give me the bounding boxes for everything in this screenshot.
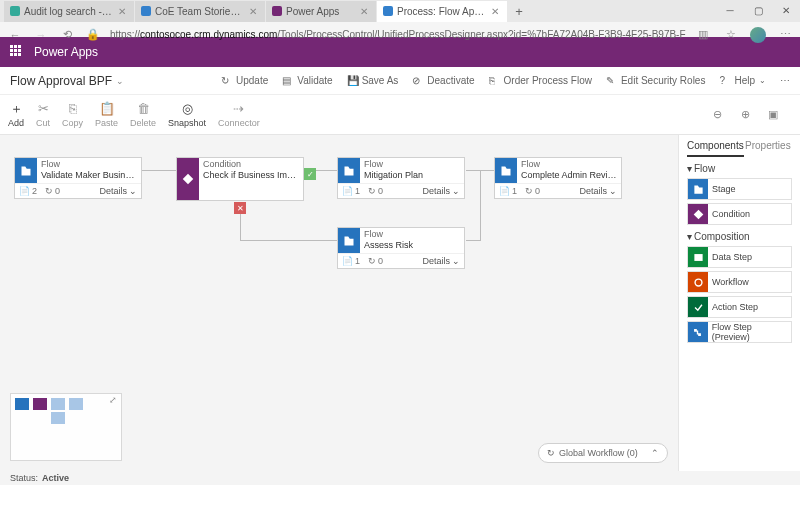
delete-tool[interactable]: 🗑Delete	[130, 102, 156, 128]
tab-favicon	[141, 6, 151, 16]
nav-forward[interactable]: →	[32, 29, 50, 41]
stage-complete-admin-review[interactable]: FlowComplete Admin Review 📄1↻0 Details⌄	[494, 157, 622, 199]
edit-security-roles-button[interactable]: ✎Edit Security Roles	[606, 75, 705, 86]
tab-close-icon[interactable]: ✕	[116, 6, 128, 17]
cut-tool[interactable]: ✂Cut	[36, 102, 50, 128]
connector-line	[240, 240, 337, 241]
nav-refresh[interactable]: ⟲	[58, 28, 76, 41]
zoom-out-icon[interactable]: ⊖	[710, 108, 724, 122]
browser-tab[interactable]: CoE Team Stories Board - Boards✕	[135, 1, 265, 22]
url-host: contosocoe.crm.dynamics.com	[140, 29, 277, 40]
flow-stage-icon	[495, 158, 517, 183]
tab-label: Power Apps	[286, 6, 354, 17]
minimap[interactable]: ⤢	[10, 393, 122, 461]
condition-business-impact[interactable]: ConditionCheck if Business Impact is Hig…	[176, 157, 304, 201]
window-minimize[interactable]: ─	[716, 0, 744, 20]
window-close[interactable]: ✕	[772, 0, 800, 20]
favorites-icon[interactable]: ☆	[722, 28, 740, 41]
connector-line	[480, 240, 481, 241]
nav-back[interactable]: ←	[6, 29, 24, 41]
more-actions[interactable]: ⋯	[780, 75, 790, 86]
app-launcher-icon[interactable]	[10, 45, 24, 59]
tab-label: CoE Team Stories Board - Boards	[155, 6, 243, 17]
copy-tool[interactable]: ⎘Copy	[62, 102, 83, 128]
update-button[interactable]: ↻Update	[221, 75, 268, 86]
connector-tool[interactable]: ⇢Connector	[218, 102, 260, 128]
global-workflow-pill[interactable]: ↻ Global Workflow (0) ⌃	[538, 443, 668, 463]
tab-close-icon[interactable]: ✕	[489, 6, 501, 17]
zoom-in-icon[interactable]: ⊕	[738, 108, 752, 122]
site-lock-icon: 🔒	[84, 28, 102, 41]
tab-close-icon[interactable]: ✕	[358, 6, 370, 17]
tab-favicon	[383, 6, 393, 16]
details-toggle[interactable]: Details⌄	[422, 186, 460, 196]
minimap-expand-icon[interactable]: ⤢	[109, 395, 119, 405]
component-data-step[interactable]: Data Step	[687, 246, 792, 268]
process-title: Flow Approval BPF	[10, 74, 112, 88]
fit-to-screen-icon[interactable]: ▣	[766, 108, 780, 122]
tab-favicon	[10, 6, 20, 16]
condition-icon	[177, 158, 199, 200]
deactivate-button[interactable]: ⊘Deactivate	[412, 75, 474, 86]
browser-tab[interactable]: Process: Flow Approval BPF - M✕	[377, 1, 507, 22]
chevron-down-icon: ⌄	[116, 76, 124, 86]
snapshot-tool[interactable]: ◎Snapshot	[168, 102, 206, 128]
browser-menu[interactable]: ⋯	[776, 28, 794, 41]
flow-stage-icon	[15, 158, 37, 183]
process-title-dropdown[interactable]: Flow Approval BPF ⌄	[10, 74, 124, 88]
reading-view-icon[interactable]: ▥	[694, 28, 712, 41]
save-as-button[interactable]: 💾Save As	[347, 75, 399, 86]
details-toggle[interactable]: Details⌄	[579, 186, 617, 196]
tab-label: Audit log search - Security & C	[24, 6, 112, 17]
tab-close-icon[interactable]: ✕	[247, 6, 259, 17]
side-panel: Components Properties ▾Flow Stage Condit…	[678, 135, 800, 471]
stage-validate-maker[interactable]: FlowValidate Maker Business Require... 📄…	[14, 157, 142, 199]
workflow-icon: ↻	[547, 448, 555, 458]
designer-canvas[interactable]: FlowValidate Maker Business Require... 📄…	[0, 135, 678, 471]
tab-label: Process: Flow Approval BPF - M	[397, 6, 485, 17]
tab-properties[interactable]: Properties	[744, 137, 792, 157]
connector-line	[480, 170, 481, 240]
chevron-up-icon: ⌃	[651, 448, 659, 458]
browser-tab[interactable]: Audit log search - Security & C✕	[4, 1, 134, 22]
triggers-count: ↻0	[45, 186, 60, 196]
profile-avatar[interactable]	[750, 27, 766, 43]
connector-line	[142, 170, 176, 171]
details-toggle[interactable]: Details⌄	[422, 256, 460, 266]
component-action-step[interactable]: Action Step	[687, 296, 792, 318]
app-name: Power Apps	[34, 45, 98, 59]
stage-assess-risk[interactable]: FlowAssess Risk 📄1↻0 Details⌄	[337, 227, 465, 269]
status-label: Status:	[10, 473, 38, 483]
tab-favicon	[272, 6, 282, 16]
group-flow[interactable]: ▾Flow	[687, 163, 792, 174]
paste-tool[interactable]: 📋Paste	[95, 102, 118, 128]
svg-rect-0	[694, 254, 702, 261]
new-tab-button[interactable]: +	[508, 4, 530, 19]
component-condition[interactable]: Condition	[687, 203, 792, 225]
help-button[interactable]: ?Help⌄	[719, 75, 766, 86]
condition-true-badge: ✓	[304, 168, 316, 180]
group-composition[interactable]: ▾Composition	[687, 231, 792, 242]
status-bar: Status: Active	[0, 471, 800, 485]
component-workflow[interactable]: Workflow	[687, 271, 792, 293]
condition-false-badge: ✕	[234, 202, 246, 214]
flow-stage-icon	[338, 158, 360, 183]
window-maximize[interactable]: ▢	[744, 0, 772, 20]
browser-tab[interactable]: Power Apps✕	[266, 1, 376, 22]
connector-line	[466, 240, 480, 241]
svg-point-1	[695, 279, 702, 286]
validate-button[interactable]: ▤Validate	[282, 75, 332, 86]
tab-components[interactable]: Components	[687, 137, 744, 157]
order-process-flow-button[interactable]: ⎘Order Process Flow	[489, 75, 592, 86]
details-toggle[interactable]: Details⌄	[99, 186, 137, 196]
url-protocol: https://	[110, 29, 140, 40]
stage-mitigation-plan[interactable]: FlowMitigation Plan 📄1↻0 Details⌄	[337, 157, 465, 199]
connector-line	[315, 170, 337, 171]
add-tool[interactable]: ＋Add	[8, 102, 24, 128]
component-flow-step[interactable]: Flow Step (Preview)	[687, 321, 792, 343]
steps-count: 📄2	[19, 186, 37, 196]
component-stage[interactable]: Stage	[687, 178, 792, 200]
url-path: /Tools/ProcessControl/UnifiedProcessDesi…	[277, 29, 686, 40]
flow-stage-icon	[338, 228, 360, 253]
address-bar[interactable]: https://contosocoe.crm.dynamics.com/Tool…	[110, 29, 686, 40]
